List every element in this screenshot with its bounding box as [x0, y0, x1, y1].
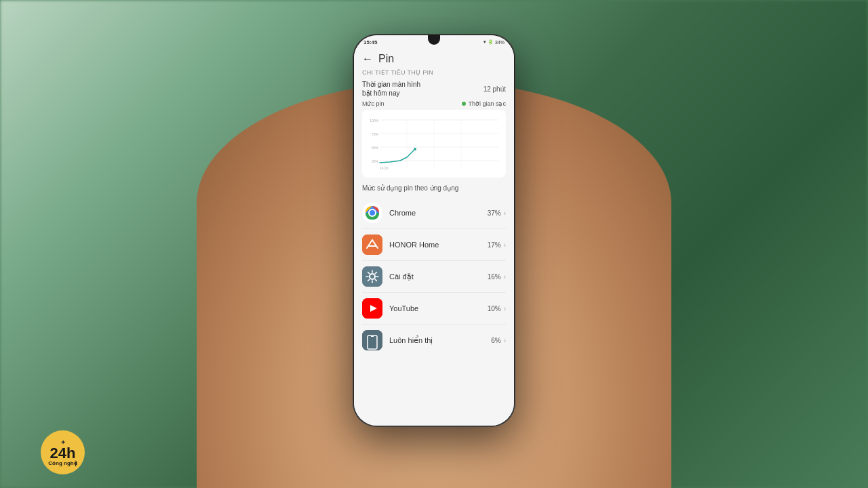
youtube-chevron: ›	[504, 305, 506, 312]
back-button[interactable]: ←	[362, 53, 373, 65]
svg-rect-18	[362, 266, 382, 287]
status-icons: ▾ 🔋 34%	[484, 39, 505, 45]
section-title: CHI TIẾT TIÊU THỤ PIN	[362, 69, 506, 76]
legend-charge-label: Thời gian sạc	[468, 100, 506, 107]
svg-text:75%: 75%	[372, 132, 379, 136]
phone-outer-frame: 15:45 ▾ 🔋 34% ← Pin CHI TIẾT TIÊU THỤ PI…	[353, 34, 515, 427]
chrome-app-name: Chrome	[389, 209, 488, 217]
legend-battery: Mức pin	[362, 100, 384, 107]
screen-content: ← Pin CHI TIẾT TIÊU THỤ PIN Thời gian mà…	[354, 47, 514, 426]
page-title: Pin	[378, 53, 394, 65]
svg-rect-17	[362, 235, 382, 255]
legend-dot	[462, 102, 466, 106]
honor-app-icon	[362, 235, 382, 255]
top-bar: ← Pin	[354, 47, 514, 69]
app-item-honor[interactable]: HONOR Home 17% ›	[362, 229, 506, 261]
app-list: Chrome 37% › HON	[362, 197, 506, 356]
svg-rect-24	[371, 336, 374, 337]
battery-chart: 100% 75% 50% 25% 14:00	[362, 110, 506, 178]
chrome-percent: 37%	[488, 209, 501, 217]
legend-battery-label: Mức pin	[362, 100, 384, 107]
phone-screen: 15:45 ▾ 🔋 34% ← Pin CHI TIẾT TIÊU THỤ PI…	[354, 35, 514, 426]
settings-chevron: ›	[504, 273, 506, 281]
display-percent: 6%	[491, 337, 500, 344]
app-item-chrome[interactable]: Chrome 37% ›	[362, 197, 506, 229]
svg-text:25%: 25%	[372, 159, 379, 163]
usage-section-title: Mức sử dụng pin theo ứng dụng	[362, 184, 506, 192]
screen-on-value: 12 phút	[484, 85, 506, 93]
screen-on-row: Thời gian màn hìnhbật hôm nay 12 phút	[362, 80, 506, 98]
svg-text:50%: 50%	[372, 146, 379, 150]
legend-charge: Thời gian sạc	[462, 100, 506, 107]
app-item-display[interactable]: Luôn hiển thị 6% ›	[362, 325, 506, 356]
display-app-name: Luôn hiển thị	[389, 336, 491, 345]
youtube-app-name: YouTube	[389, 304, 488, 312]
settings-app-icon	[362, 266, 382, 287]
settings-app-name: Cài đặt	[389, 272, 488, 281]
app-item-youtube[interactable]: YouTube 10% ›	[362, 293, 506, 325]
settings-percent: 16%	[488, 273, 501, 281]
chrome-app-icon	[362, 203, 382, 223]
svg-point-12	[414, 148, 416, 150]
logo-24h: ✦ 24h Công nghệ	[41, 430, 85, 474]
battery-percent: 34%	[495, 40, 505, 45]
legend-row: Mức pin Thời gian sạc	[362, 100, 506, 107]
svg-text:14:00: 14:00	[380, 166, 389, 170]
honor-app-name: HONOR Home	[389, 241, 488, 249]
svg-text:100%: 100%	[370, 119, 378, 123]
display-chevron: ›	[504, 337, 506, 344]
status-time: 15:45	[363, 39, 377, 45]
display-app-icon	[362, 330, 382, 350]
svg-rect-22	[362, 330, 382, 350]
main-content: CHI TIẾT TIÊU THỤ PIN Thời gian màn hình…	[354, 69, 514, 418]
screen-on-label: Thời gian màn hìnhbật hôm nay	[362, 80, 420, 98]
wifi-icon: ▾	[484, 39, 486, 45]
honor-chevron: ›	[504, 241, 506, 249]
svg-point-16	[370, 210, 375, 216]
youtube-app-icon	[362, 298, 382, 319]
chrome-chevron: ›	[504, 209, 506, 217]
honor-percent: 17%	[488, 241, 501, 249]
battery-icon: 🔋	[488, 39, 494, 45]
chart-svg: 100% 75% 50% 25% 14:00	[366, 114, 502, 174]
logo-subtitle: Công nghệ	[48, 461, 77, 466]
logo-number: 24h	[50, 446, 76, 461]
phone-device: 15:45 ▾ 🔋 34% ← Pin CHI TIẾT TIÊU THỤ PI…	[353, 34, 515, 427]
app-item-settings[interactable]: Cài đặt 16% ›	[362, 261, 506, 293]
youtube-percent: 10%	[488, 305, 501, 312]
